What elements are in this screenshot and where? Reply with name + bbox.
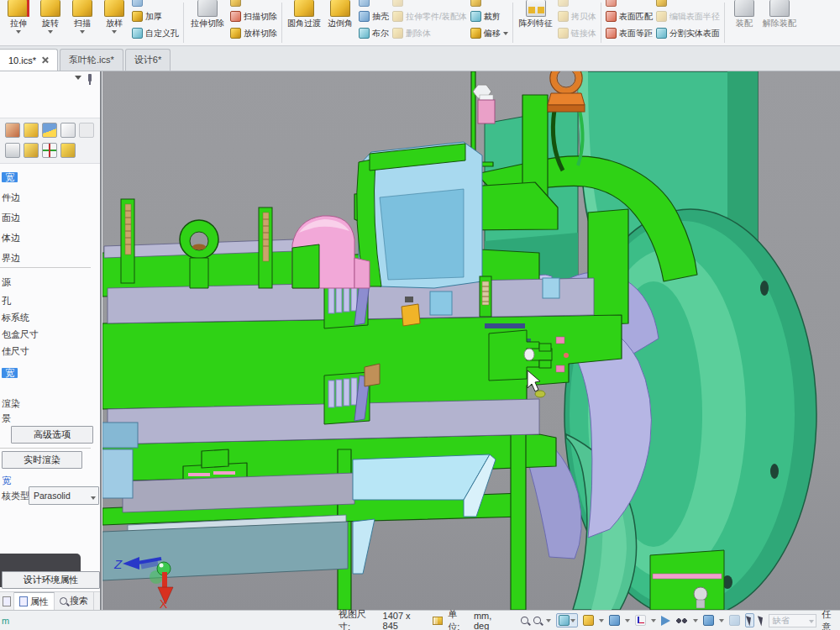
disassemble-button[interactable]: 解除装配 [761, 0, 798, 45]
offset-button[interactable]: 偏移 [470, 26, 508, 40]
seal-cyan [430, 291, 452, 315]
camera-cube-icon[interactable] [703, 615, 714, 626]
link-body-button: 链接体 [558, 26, 596, 40]
thicken-button[interactable]: 加厚 [132, 9, 179, 24]
clipped-tool-button[interactable] [656, 0, 720, 7]
fillet-button[interactable]: 圆角过渡 [285, 0, 323, 45]
render-option[interactable]: 源 [2, 276, 11, 289]
render-link[interactable]: 宽 [2, 475, 11, 487]
clipped-tool-button[interactable] [606, 0, 653, 7]
pump-section-model[interactable]: Z X [102, 71, 840, 610]
axis-display-icon[interactable] [635, 615, 646, 626]
surface-offset-button[interactable]: 表面等距 [606, 26, 653, 40]
clipped-tool-button[interactable] [230, 0, 277, 7]
tab-document-2[interactable]: 泵叶轮.ics* [60, 49, 123, 71]
split-solid-face-button[interactable]: 分割实体表面 [656, 26, 720, 40]
sweep-cut-icon [230, 11, 241, 22]
chevron-down-icon[interactable] [16, 30, 21, 34]
visibility-glasses-icon[interactable] [675, 617, 688, 624]
tab-document-3[interactable]: 设计6* [125, 49, 171, 71]
clipped-tab[interactable] [0, 592, 14, 610]
design-env-properties-button[interactable]: 设计环境属性 [2, 571, 100, 589]
display-style-icon[interactable] [609, 615, 620, 626]
display-option-selected[interactable]: 宽 [2, 171, 18, 184]
chevron-down-icon[interactable] [112, 30, 117, 34]
chevron-down-icon[interactable] [80, 30, 85, 34]
style-swirl-icon[interactable] [24, 123, 39, 138]
sweep-button[interactable]: 扫描 [66, 0, 98, 45]
custom-hole-icon [132, 28, 143, 39]
close-icon[interactable] [41, 56, 49, 64]
render-option[interactable]: 渲染 [2, 397, 20, 410]
tab-search[interactable]: 搜索 [55, 592, 94, 610]
view-mode-button[interactable] [556, 613, 578, 627]
render-option[interactable]: 标系统 [2, 312, 29, 324]
boolean-button[interactable]: 布尔 [359, 26, 389, 40]
render-scene-icon[interactable] [5, 123, 20, 138]
custom-hole-button[interactable]: 自定义孔 [132, 26, 179, 40]
chamfer-icon [330, 0, 350, 17]
part-icon[interactable] [60, 143, 76, 158]
chevron-down-icon[interactable] [651, 619, 656, 622]
shell-button[interactable]: 抽壳 [359, 9, 389, 24]
render-option[interactable]: 佳尺寸 [2, 345, 29, 358]
extrude-button[interactable]: 拉伸 [3, 0, 34, 45]
spacer-ring [365, 364, 380, 386]
chevron-down-icon[interactable] [503, 32, 508, 35]
display-option[interactable]: 面边 [2, 212, 20, 224]
sweep-cut-button[interactable]: 扫描切除 [230, 9, 277, 24]
chevron-down-icon[interactable] [625, 619, 630, 622]
snap-mode-label[interactable]: 任意 [822, 608, 840, 630]
select-cursor-button[interactable] [745, 613, 754, 627]
render-option[interactable]: 包盒尺寸 [2, 328, 39, 341]
loft-cut-button[interactable]: 放样切除 [230, 26, 277, 40]
calculator-icon[interactable] [5, 143, 20, 158]
clipped-tool-button[interactable] [470, 0, 508, 7]
extrude-cut-button[interactable]: 拉伸切除 [186, 0, 228, 45]
zoom-icon[interactable] [521, 617, 528, 624]
edit-note-icon[interactable] [60, 123, 76, 138]
advanced-options-button[interactable]: 高级选项 [11, 426, 93, 444]
tab-properties[interactable]: 属性 [14, 592, 55, 610]
viewport-3d[interactable]: Z X [102, 71, 840, 610]
chevron-down-icon[interactable] [693, 619, 698, 622]
shade-mode-icon[interactable] [583, 615, 594, 626]
delete-body-icon [392, 28, 403, 39]
shield-badge-icon[interactable] [42, 123, 57, 138]
clipped-tool-button[interactable] [132, 0, 179, 7]
cursor-icon[interactable] [758, 615, 765, 627]
preset-dropdown[interactable]: 缺省 [769, 614, 816, 627]
seal-ring [485, 323, 525, 328]
tab-document-1[interactable]: 10.ics* [0, 49, 58, 71]
chevron-down-icon[interactable] [599, 619, 604, 622]
zoom-options-icon[interactable] [533, 617, 541, 624]
surface-match-button[interactable]: 表面匹配 [606, 9, 653, 24]
gear-icon[interactable] [24, 143, 39, 158]
chevron-down-icon[interactable] [48, 30, 53, 34]
edit-surface-radius-icon [656, 11, 667, 22]
chevron-down-icon[interactable] [719, 619, 724, 622]
sweep-icon [72, 0, 92, 17]
clipped-tool-button[interactable] [359, 0, 389, 7]
loft-button[interactable]: 放样 [98, 0, 130, 45]
render-option-selected[interactable]: 宽 [2, 367, 18, 380]
chamfer-button[interactable]: 边倒角 [323, 0, 357, 45]
kernel-type-label: 核类型 [2, 490, 29, 502]
axis-triad-icon[interactable] [42, 143, 57, 158]
render-option[interactable]: 景 [2, 412, 11, 425]
pattern-feature-button[interactable]: 阵列特征 [516, 0, 556, 45]
section-wedge-icon[interactable] [661, 616, 670, 626]
revolve-button[interactable]: 旋转 [34, 0, 66, 45]
ruler-icon [433, 617, 443, 625]
display-option[interactable]: 界边 [2, 252, 20, 265]
display-option[interactable]: 体边 [2, 232, 20, 244]
chevron-down-icon[interactable] [75, 76, 81, 80]
render-option[interactable]: 孔 [2, 295, 11, 307]
trim-button[interactable]: 裁剪 [470, 9, 508, 24]
kernel-type-dropdown[interactable]: Parasolid [29, 486, 99, 505]
chevron-down-icon[interactable] [546, 619, 551, 622]
display-option[interactable]: 件边 [2, 192, 20, 204]
pin-icon[interactable] [88, 74, 92, 81]
assemble-button[interactable]: 装配 [727, 0, 761, 45]
realtime-render-button[interactable]: 实时渲染 [2, 451, 82, 469]
